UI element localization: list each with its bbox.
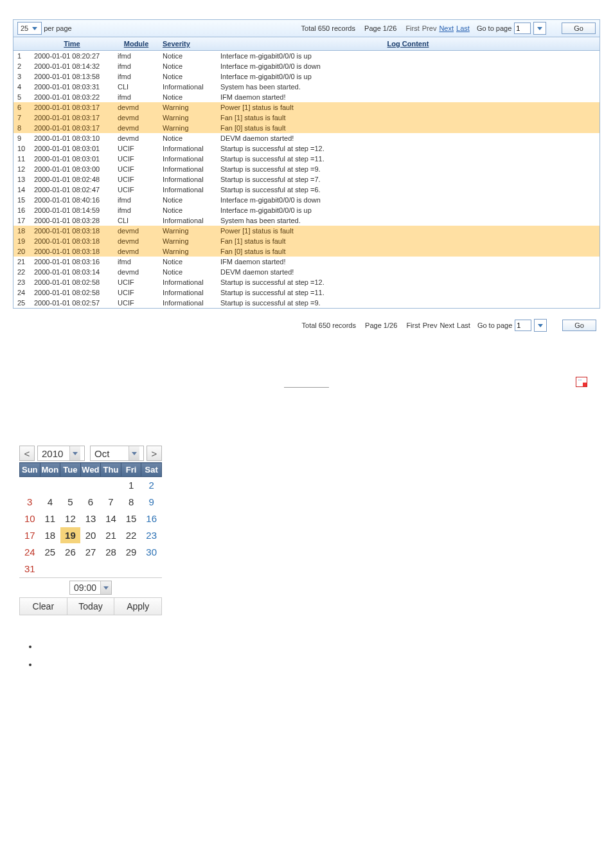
th-module[interactable]: Module [114, 37, 159, 51]
table-row[interactable]: 12000-01-01 08:20:27ifmdNoticeInterface … [13, 51, 600, 62]
table-row[interactable]: 82000-01-01 08:03:17devmdWarningFan [0] … [13, 123, 600, 133]
table-row[interactable]: 22000-01-01 08:14:32ifmdNoticeInterface … [13, 61, 600, 71]
cal-day[interactable]: 14 [101, 511, 121, 527]
goto-input[interactable] [514, 23, 531, 34]
go-button[interactable]: Go [562, 320, 596, 331]
cell-severity: Informational [159, 185, 217, 195]
table-row[interactable]: 122000-01-01 08:03:00UCIFInformationalSt… [13, 164, 600, 174]
last-link[interactable]: Last [457, 321, 470, 329]
cal-day[interactable]: 17 [20, 527, 40, 544]
next-link[interactable]: Next [440, 321, 454, 329]
table-row[interactable]: 232000-01-01 08:02:58UCIFInformationalSt… [13, 277, 600, 287]
cal-day[interactable]: 24 [20, 544, 40, 561]
cal-day[interactable]: 11 [40, 511, 60, 527]
table-row[interactable]: 62000-01-01 08:03:17devmdWarningPower [1… [13, 102, 600, 113]
go-button[interactable]: Go [562, 23, 596, 34]
table-row[interactable]: 172000-01-01 08:03:28CLIInformationalSys… [13, 215, 600, 226]
cell-module: devmd [114, 102, 159, 113]
table-row[interactable]: 192000-01-01 08:03:18devmdWarningFan [1]… [13, 236, 600, 246]
table-row[interactable]: 182000-01-01 08:03:18devmdWarningPower [… [13, 226, 600, 236]
cal-day[interactable]: 23 [141, 527, 162, 544]
th-time[interactable]: Time [30, 37, 114, 51]
cal-day[interactable]: 27 [80, 544, 101, 561]
calendar: < 2010 Oct > SunMonTueWedThuFriSat 12345… [19, 446, 162, 615]
table-row[interactable]: 92000-01-01 08:03:10devmdNoticeDEVM daem… [13, 133, 600, 143]
th-content[interactable]: Log Content [217, 37, 600, 51]
cal-day[interactable]: 18 [40, 527, 60, 544]
goto-select[interactable] [533, 22, 546, 35]
table-row[interactable]: 162000-01-01 08:14:59ifmdNoticeInterface… [13, 205, 600, 215]
th-severity[interactable]: Severity [159, 37, 217, 51]
cal-apply-button[interactable]: Apply [114, 598, 162, 615]
cal-day[interactable]: 12 [60, 511, 81, 527]
cell-module: devmd [114, 133, 159, 143]
cal-year-select[interactable]: 2010 [37, 446, 85, 461]
per-page-select[interactable]: 25 [17, 22, 42, 35]
cal-day[interactable]: 30 [141, 544, 162, 561]
cal-day[interactable]: 22 [121, 527, 141, 544]
prev-link[interactable]: Prev [423, 321, 438, 329]
table-row[interactable]: 152000-01-01 08:40:16ifmdNoticeInterface… [13, 195, 600, 205]
prev-link[interactable]: Prev [422, 24, 437, 32]
cal-day[interactable]: 4 [40, 494, 60, 511]
cal-day[interactable]: 10 [20, 511, 40, 527]
cell-time: 2000-01-01 08:14:32 [30, 61, 114, 71]
cal-next-button[interactable]: > [147, 446, 162, 461]
cal-day[interactable]: 5 [60, 494, 81, 511]
cal-clear-button[interactable]: Clear [19, 598, 67, 615]
cal-day[interactable]: 21 [101, 527, 121, 544]
cell-time: 2000-01-01 08:03:17 [30, 113, 114, 123]
cal-day[interactable]: 2 [141, 477, 162, 494]
detail-icon[interactable] [576, 377, 587, 387]
table-row[interactable]: 102000-01-01 08:03:01UCIFInformationalSt… [13, 143, 600, 154]
cal-day[interactable]: 8 [121, 494, 141, 511]
table-row[interactable]: 132000-01-01 08:02:48UCIFInformationalSt… [13, 174, 600, 185]
cell-content: Fan [0] status is fault [217, 246, 600, 257]
last-link[interactable]: Last [456, 24, 470, 32]
cal-day[interactable]: 31 [20, 561, 40, 577]
cell-severity: Informational [159, 174, 217, 185]
next-link[interactable]: Next [439, 24, 454, 32]
table-row[interactable]: 72000-01-01 08:03:17devmdWarningFan [1] … [13, 113, 600, 123]
cal-day[interactable]: 13 [80, 511, 101, 527]
cal-today-button[interactable]: Today [67, 598, 115, 615]
goto-input[interactable] [515, 320, 531, 331]
cell-index: 25 [13, 298, 30, 308]
cal-prev-button[interactable]: < [19, 446, 35, 461]
cal-day[interactable]: 19 [60, 527, 81, 544]
cell-module: UCIF [114, 164, 159, 174]
table-row[interactable]: 32000-01-01 08:13:58ifmdNoticeInterface … [13, 71, 600, 82]
cal-day[interactable]: 7 [101, 494, 121, 511]
table-row[interactable]: 202000-01-01 08:03:18devmdWarningFan [0]… [13, 246, 600, 257]
table-row[interactable]: 212000-01-01 08:03:16ifmdNoticeIFM daemo… [13, 257, 600, 267]
cell-time: 2000-01-01 08:03:16 [30, 257, 114, 267]
cell-severity: Warning [159, 226, 217, 236]
cal-time-select[interactable]: 09:00 [69, 581, 112, 595]
cal-day[interactable]: 3 [20, 494, 40, 511]
cal-day[interactable]: 16 [141, 511, 162, 527]
th-index [13, 37, 30, 51]
table-row[interactable]: 242000-01-01 08:02:58UCIFInformationalSt… [13, 287, 600, 298]
cal-day[interactable]: 1 [121, 477, 141, 494]
cal-day[interactable]: 26 [60, 544, 81, 561]
cal-day[interactable]: 29 [121, 544, 141, 561]
cal-day[interactable]: 9 [141, 494, 162, 511]
cell-content: Power [1] status is fault [217, 226, 600, 236]
cal-day[interactable]: 6 [80, 494, 101, 511]
first-link[interactable]: First [405, 24, 419, 32]
table-row[interactable]: 42000-01-01 08:03:31CLIInformationalSyst… [13, 82, 600, 92]
first-link[interactable]: First [406, 321, 420, 329]
cell-severity: Warning [159, 113, 217, 123]
cal-day[interactable]: 28 [101, 544, 121, 561]
table-row[interactable]: 142000-01-01 08:02:47UCIFInformationalSt… [13, 185, 600, 195]
cal-day[interactable]: 25 [40, 544, 60, 561]
cal-day[interactable]: 20 [80, 527, 101, 544]
table-row[interactable]: 252000-01-01 08:02:57UCIFInformationalSt… [13, 298, 600, 308]
goto-select[interactable] [534, 319, 547, 332]
cal-month-select[interactable]: Oct [90, 446, 144, 461]
cal-day[interactable]: 15 [121, 511, 141, 527]
table-row[interactable]: 112000-01-01 08:03:01UCIFInformationalSt… [13, 154, 600, 164]
table-row[interactable]: 222000-01-01 08:03:14devmdNoticeDEVM dae… [13, 267, 600, 277]
per-page-label: per page [44, 24, 71, 32]
table-row[interactable]: 52000-01-01 08:03:22ifmdNoticeIFM daemon… [13, 92, 600, 102]
